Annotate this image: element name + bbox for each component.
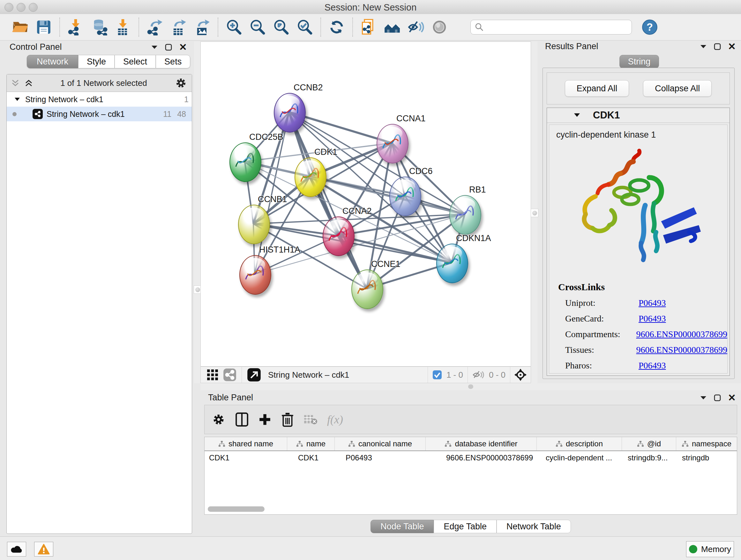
network-node[interactable] <box>449 195 481 235</box>
horizontal-scrollbar[interactable] <box>208 506 265 512</box>
selected-counts: 1 - 0 <box>447 370 463 380</box>
hidden-counts: 0 - 0 <box>489 370 506 380</box>
bottom-splitter-handle[interactable] <box>468 384 473 389</box>
zoom-in-button[interactable] <box>226 19 242 36</box>
warnings-button[interactable] <box>34 542 53 557</box>
collection-expander-icon[interactable] <box>14 98 20 102</box>
panel-menu-icon[interactable] <box>151 45 158 50</box>
birdseye-icon[interactable] <box>514 368 527 381</box>
export-network-button[interactable] <box>146 19 163 36</box>
close-panel-icon[interactable]: ✕ <box>179 44 187 51</box>
crosslink-compartments-link[interactable]: 9606.ENSP00000378699 <box>636 329 727 339</box>
gear-icon[interactable] <box>175 77 187 89</box>
crosslink-uniprot-link[interactable]: P06493 <box>638 298 666 308</box>
expand-all-button[interactable]: Expand All <box>565 80 629 97</box>
tab-style[interactable]: Style <box>78 55 115 68</box>
column-header[interactable]: canonical name <box>335 437 426 450</box>
left-splitter[interactable] <box>194 42 200 383</box>
network-node[interactable] <box>274 93 306 132</box>
save-session-button[interactable] <box>36 19 52 36</box>
network-node[interactable] <box>389 177 421 216</box>
crosslink-pharos-link[interactable]: P06493 <box>638 361 666 371</box>
hide-selected-button[interactable] <box>408 19 424 36</box>
search-field[interactable] <box>470 20 632 35</box>
tab-edge-table[interactable]: Edge Table <box>434 520 496 533</box>
network-node[interactable] <box>239 255 271 295</box>
network-row[interactable]: String Network – cdk1 11 48 <box>7 107 192 121</box>
cloud-icon <box>10 544 23 554</box>
export-table-button[interactable] <box>170 19 187 36</box>
open-session-button[interactable] <box>12 19 28 36</box>
tab-sets[interactable]: Sets <box>156 55 190 68</box>
zoom-fit-button[interactable] <box>273 19 289 36</box>
network-node[interactable] <box>377 124 408 164</box>
column-header[interactable]: namespace <box>676 437 737 450</box>
column-header[interactable]: description <box>537 437 622 450</box>
network-node[interactable] <box>351 269 383 309</box>
cell-id: stringdb:9... <box>622 451 676 464</box>
crosslinks-title: CrossLinks <box>558 282 727 293</box>
tab-network[interactable]: Network <box>27 55 78 68</box>
network-badge-icon[interactable] <box>223 368 237 381</box>
clone-network-button[interactable] <box>360 19 377 36</box>
add-column-icon[interactable] <box>258 413 272 426</box>
table-row[interactable]: CDK1 CDK1 P06493 9606.ENSP00000378699 cy… <box>205 451 737 464</box>
panel-menu-icon[interactable] <box>700 395 707 400</box>
column-header[interactable]: shared name <box>205 437 287 450</box>
selected-checkbox-icon[interactable] <box>432 370 442 380</box>
gene-expander-icon[interactable] <box>574 113 580 118</box>
panel-menu-icon[interactable] <box>700 44 707 49</box>
close-panel-icon[interactable]: ✕ <box>728 44 736 50</box>
zoom-out-button[interactable] <box>249 19 266 36</box>
network-node[interactable] <box>294 158 327 197</box>
tab-node-table[interactable]: Node Table <box>370 520 434 533</box>
main-toolbar: ? <box>0 14 741 41</box>
zoom-fit-icon <box>273 19 289 36</box>
zoom-selected-button[interactable] <box>296 19 313 36</box>
edge-count: 48 <box>177 110 186 119</box>
crosslink-label: GeneCard: <box>565 314 638 324</box>
refresh-button[interactable] <box>328 19 345 36</box>
gear-icon[interactable] <box>212 413 226 427</box>
import-network-from-database-button[interactable] <box>91 19 108 36</box>
float-panel-icon[interactable] <box>165 44 172 51</box>
grid-view-icon[interactable] <box>206 369 219 381</box>
help-button[interactable]: ? <box>642 19 658 36</box>
import-network-button[interactable] <box>67 19 84 36</box>
import-table-button[interactable] <box>115 19 131 36</box>
show-graphics-button[interactable] <box>431 19 448 36</box>
network-node[interactable] <box>436 244 468 283</box>
first-neighbors-button[interactable] <box>384 19 401 36</box>
show-graphics-icon <box>431 19 448 35</box>
search-input[interactable] <box>484 22 631 33</box>
cloud-status-button[interactable] <box>7 542 26 557</box>
expand-all-icon[interactable] <box>24 79 33 87</box>
tab-network-table[interactable]: Network Table <box>496 520 571 533</box>
float-panel-icon[interactable] <box>714 43 721 50</box>
close-panel-icon[interactable]: ✕ <box>728 395 736 401</box>
open-in-window-icon[interactable] <box>247 368 261 382</box>
column-header[interactable]: @id <box>622 437 676 450</box>
cell-canonical-name: P06493 <box>335 451 426 464</box>
column-header[interactable]: name <box>287 437 335 450</box>
delete-column-icon[interactable] <box>281 412 294 427</box>
network-collection-row[interactable]: String Network – cdk1 1 <box>7 92 192 107</box>
hidden-eye-icon[interactable] <box>472 369 484 380</box>
memory-button[interactable]: Memory <box>686 541 734 557</box>
tab-string[interactable]: String <box>619 55 659 68</box>
column-header[interactable]: database identifier <box>426 437 537 450</box>
tab-select[interactable]: Select <box>115 55 156 68</box>
collapse-all-button[interactable]: Collapse All <box>643 80 712 97</box>
crosslink-genecard-link[interactable]: P06493 <box>638 314 666 324</box>
network-node[interactable] <box>238 205 270 244</box>
network-node[interactable] <box>229 142 261 182</box>
node-gloss <box>328 219 348 233</box>
show-columns-icon[interactable] <box>235 412 249 427</box>
network-canvas[interactable]: CCNB2CCNA1CDC25BCDK1CDC6RB1CCNB1CCNA2CDK… <box>200 42 531 367</box>
table-toolbar: f(x) <box>204 405 737 434</box>
crosslink-tissues-link[interactable]: 9606.ENSP00000378699 <box>636 345 727 355</box>
network-node[interactable] <box>323 216 354 256</box>
collapse-all-icon[interactable] <box>11 79 19 87</box>
export-image-button[interactable] <box>194 19 210 36</box>
float-panel-icon[interactable] <box>714 394 721 401</box>
